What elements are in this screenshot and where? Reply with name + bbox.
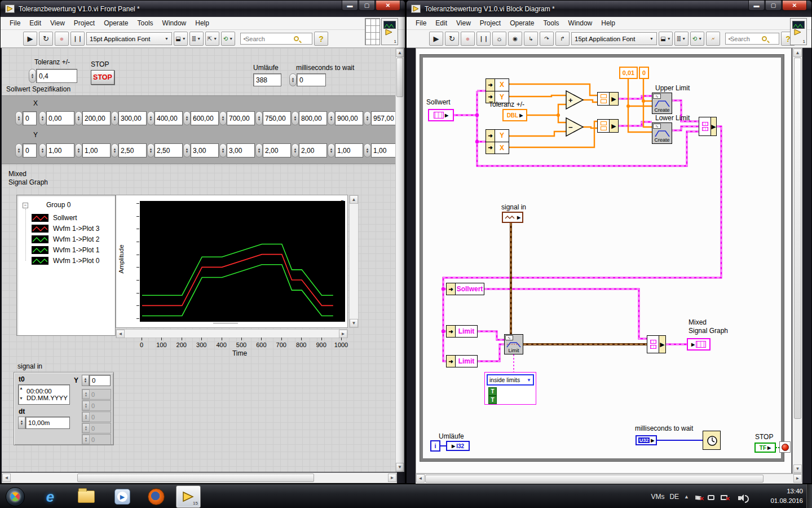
array-spinner[interactable]: ▲▼	[183, 111, 191, 125]
search-input[interactable]	[245, 36, 294, 42]
network-icon[interactable]: ✕	[720, 493, 728, 500]
array-spinner[interactable]: ▲▼	[328, 111, 335, 125]
t0-field[interactable]: 00:00:00 DD.MM.YYYY	[18, 384, 70, 405]
search-icon[interactable]	[762, 36, 767, 41]
array-spinner[interactable]: ▲▼	[364, 111, 371, 125]
plot-cursor-bar[interactable]	[213, 323, 238, 323]
start-button[interactable]	[5, 486, 26, 507]
menu-edit[interactable]: Edit	[25, 17, 46, 29]
resize-objects-dropdown[interactable]: ⇱▼	[205, 32, 219, 46]
internet-explorer-icon[interactable]: e	[39, 486, 61, 507]
tray-vms-label[interactable]: VMs	[651, 493, 664, 501]
array-spinner[interactable]: ▲▼	[255, 111, 263, 125]
in-range-limit-node[interactable]: ∿ Limit	[504, 334, 523, 354]
create-waveform-lower[interactable]: ∿ Create	[652, 122, 672, 144]
toleranz-dbl-terminal[interactable]: DBL▶	[502, 109, 527, 121]
menu-edit[interactable]: Edit	[431, 17, 452, 29]
minimize-button[interactable]: ▬	[342, 1, 358, 11]
array-spinner[interactable]: ▲▼	[219, 143, 227, 157]
array-spinner[interactable]: ▲▼	[39, 111, 46, 125]
highlight-execution-button[interactable]: ☼	[492, 32, 506, 46]
array-value-field[interactable]: 2,00	[263, 143, 291, 157]
step-into-button[interactable]: ↳	[524, 32, 538, 46]
block-diagram-titlebar[interactable]: Toleranzbewertung V1.0.vi Block Diagram …	[407, 1, 811, 17]
graph-x-scrollbar[interactable]: ◄ ►	[116, 329, 348, 338]
array-spinner[interactable]: ▲▼	[75, 143, 82, 157]
run-button[interactable]: ▶	[429, 32, 443, 46]
tray-clock[interactable]: 13:40 01.08.2016	[770, 487, 803, 506]
firefox-icon[interactable]	[145, 486, 167, 507]
constant-0[interactable]: 0	[639, 67, 649, 79]
abort-button[interactable]: ●	[461, 32, 475, 46]
while-loop-border[interactable]	[420, 55, 784, 461]
array-value-field[interactable]: 1,00	[82, 143, 111, 157]
y-index-field[interactable]: 0	[23, 143, 37, 157]
legend-item[interactable]: Wvfm 1->Plot 0	[32, 255, 114, 266]
diagram-vertical-scrollbar[interactable]: ▲ ▼	[792, 48, 802, 474]
y-index-spinner[interactable]: ▲▼	[15, 143, 23, 157]
loop-condition-terminal[interactable]	[779, 441, 791, 453]
constant-0-01[interactable]: 0,01	[619, 67, 638, 79]
unbundle-xy-top[interactable]: ➜X ➜Y	[486, 78, 509, 103]
bundle-graph-data[interactable]: ▶	[647, 335, 666, 353]
menu-operate[interactable]: Operate	[505, 17, 539, 29]
run-continuous-button[interactable]: ↻	[445, 32, 459, 46]
align-objects-dropdown[interactable]: ⬓▼	[659, 32, 673, 46]
panel-vertical-scrollbar[interactable]: ▲ ▼	[395, 48, 404, 472]
array-value-field[interactable]: 1,00	[371, 143, 397, 157]
ms-wait-input[interactable]: 0	[297, 73, 326, 86]
block-diagram-canvas[interactable]: +− Sollwert ▶ ➜X ➜Y ➜Y ➜X Toleranz +/- D…	[416, 48, 792, 474]
step-over-button[interactable]: ↷	[540, 32, 554, 46]
distribute-objects-dropdown[interactable]: ⫿⫿▼	[189, 32, 204, 46]
true-constant-2[interactable]: T	[488, 396, 497, 404]
array-value-field[interactable]: 1,00	[335, 143, 363, 157]
retain-wire-values-button[interactable]: ◉	[508, 32, 522, 46]
menu-project[interactable]: Project	[475, 17, 505, 29]
run-button[interactable]: ▶	[23, 32, 37, 46]
array-value-field[interactable]: 700,00	[227, 111, 255, 125]
array-spinner[interactable]: ▲▼	[75, 111, 82, 125]
vi-panel-icon[interactable]: 1	[790, 18, 807, 45]
labview-taskbar-button[interactable]: 15	[176, 485, 201, 508]
array-spinner[interactable]: ▲▼	[147, 111, 155, 125]
array-value-field[interactable]: 957,00	[371, 111, 397, 125]
signal-in-terminal[interactable]: ▶	[502, 212, 523, 223]
legend-collapse-icon[interactable]: −	[23, 203, 28, 208]
menu-view[interactable]: View	[452, 17, 475, 29]
action-center-icon[interactable]: ✕	[694, 493, 702, 500]
array-value-field[interactable]: 750,00	[263, 111, 291, 125]
media-player-icon[interactable]: ▶	[112, 486, 133, 507]
panel-horizontal-scrollbar[interactable]: ◄ ►	[2, 472, 397, 483]
i32-indicator-terminal[interactable]: ▶I32	[446, 441, 470, 451]
build-waveform-lower[interactable]: ▶	[597, 119, 619, 133]
x-index-spinner[interactable]: ▲▼	[15, 111, 23, 125]
menu-window[interactable]: Window	[158, 17, 191, 29]
front-panel-canvas[interactable]: Toleranz +/- ▲▼ 0,4 STOP STOP Umläufe 38…	[2, 48, 397, 472]
sollwert-control-terminal[interactable]: ▶	[428, 109, 454, 121]
array-value-field[interactable]: 3,00	[227, 143, 255, 157]
show-desktop-button[interactable]	[806, 484, 812, 508]
array-value-field[interactable]: 900,00	[335, 111, 363, 125]
array-spinner[interactable]: ▲▼	[328, 143, 335, 157]
array-value-field[interactable]: 300,00	[118, 111, 147, 125]
tray-expand-icon[interactable]: ▲	[684, 494, 689, 500]
build-waveform-upper[interactable]: ▶	[597, 92, 619, 106]
toleranz-spinner[interactable]: ▲▼	[29, 69, 36, 83]
true-constant-1[interactable]: T	[488, 387, 497, 396]
array-value-field[interactable]: 200,00	[82, 111, 111, 125]
inside-limits-dropdown[interactable]: inside limits▼	[487, 374, 534, 386]
pause-button[interactable]: ❘❘	[476, 32, 491, 46]
run-continuous-button[interactable]: ↻	[39, 32, 53, 46]
t0-up-arrow[interactable]: ▲	[19, 386, 23, 390]
menu-file[interactable]: File	[411, 17, 431, 29]
legend-item[interactable]: Sollwert	[32, 212, 114, 223]
close-button[interactable]: ✕	[782, 1, 807, 11]
menu-file[interactable]: File	[5, 17, 25, 29]
volume-icon[interactable]	[733, 493, 745, 500]
unbundle-limit-lower[interactable]: ➜Limit	[446, 355, 478, 367]
dt-spinner[interactable]: ▲▼	[18, 417, 25, 429]
array-value-field[interactable]: 3,00	[191, 143, 219, 157]
stop-tf-terminal[interactable]: TF▶	[754, 443, 776, 453]
menu-help[interactable]: Help	[597, 17, 620, 29]
plot-area[interactable]	[140, 201, 345, 322]
